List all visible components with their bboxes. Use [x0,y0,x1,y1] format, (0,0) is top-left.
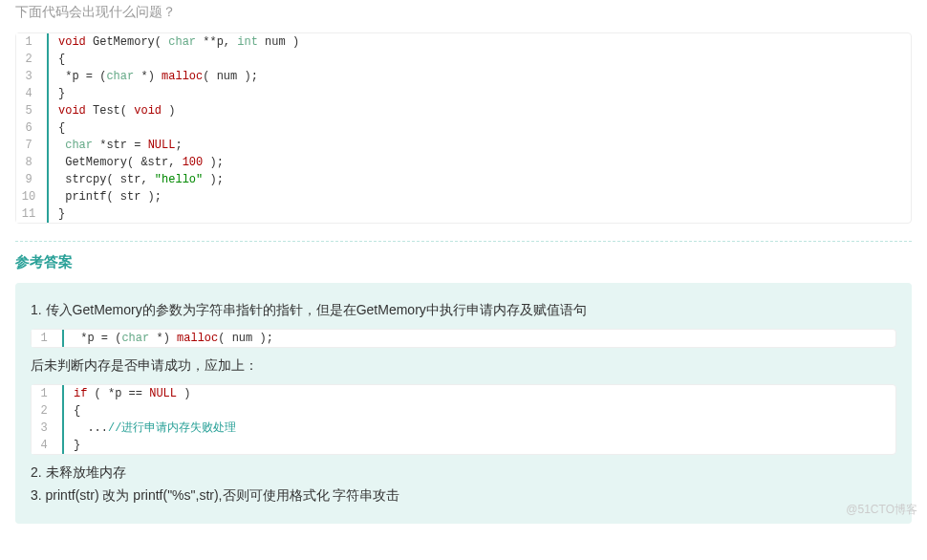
code-text: strcpy( str, "hello" ); [49,171,224,188]
code-line: 3 *p = (char *) malloc( num ); [16,68,911,85]
code-line: 2{ [16,51,911,68]
code-text: void Test( void ) [49,102,175,119]
line-number: 10 [16,188,49,205]
line-number: 3 [16,68,49,85]
code-line: 1 *p = (char *) malloc( num ); [32,330,895,347]
line-number: 8 [16,154,49,171]
code-text: char *str = NULL; [49,137,183,154]
code-text: GetMemory( &str, 100 ); [49,154,224,171]
answer-title: 参考答案 [15,253,912,271]
code-text: } [49,205,65,223]
code-line: 7 char *str = NULL; [16,137,911,154]
answer-para-3: 2. 未释放堆内存 [31,464,896,482]
line-number: 4 [16,85,49,102]
code-text: { [49,51,65,68]
line-number: 1 [32,330,64,347]
answer-section: 参考答案 1. 传入GetMemory的参数为字符串指针的指针，但是在GetMe… [15,241,912,524]
code-text: { [64,402,80,420]
line-number: 7 [16,137,49,154]
code-line: 10 printf( str ); [16,188,911,205]
question-text: 下面代码会出现什么问题？ [0,0,927,32]
code-line: 5void Test( void ) [16,102,911,119]
answer-para-4: 3. printf(str) 改为 printf("%s",str),否则可使用… [31,487,896,505]
code-line: 11} [16,205,911,223]
code-text: printf( str ); [49,188,162,205]
code-line: 4} [16,85,911,102]
code-line: 9 strcpy( str, "hello" ); [16,171,911,188]
code-line: 1if ( *p == NULL ) [32,385,895,402]
code-block-3: 1if ( *p == NULL )2{3 ...//进行申请内存失败处理4} [31,384,896,455]
code-text: } [64,437,80,454]
line-number: 9 [16,171,49,188]
code-text: { [49,119,65,137]
line-number: 1 [16,33,49,51]
answer-para-2: 后未判断内存是否申请成功，应加上： [31,357,896,375]
code-line: 6{ [16,119,911,137]
code-line: 3 ...//进行申请内存失败处理 [32,420,895,437]
code-text: } [49,85,65,102]
code-text: ...//进行申请内存失败处理 [64,420,236,437]
watermark: @51CTO博客 [846,502,917,518]
code-text: *p = (char *) malloc( num ); [64,330,273,347]
answer-body: 1. 传入GetMemory的参数为字符串指针的指针，但是在GetMemory中… [15,283,912,524]
code-line: 2{ [32,402,895,420]
code-line: 4} [32,437,895,454]
code-line: 1void GetMemory( char **p, int num ) [16,33,911,51]
line-number: 2 [32,402,64,420]
line-number: 2 [16,51,49,68]
code-line: 8 GetMemory( &str, 100 ); [16,154,911,171]
code-text: if ( *p == NULL ) [64,385,190,402]
answer-para-1: 1. 传入GetMemory的参数为字符串指针的指针，但是在GetMemory中… [31,302,896,319]
line-number: 3 [32,420,64,437]
code-block-2: 1 *p = (char *) malloc( num ); [31,329,896,348]
line-number: 11 [16,205,49,223]
line-number: 6 [16,119,49,137]
code-text: void GetMemory( char **p, int num ) [49,33,299,51]
line-number: 4 [32,437,64,454]
line-number: 5 [16,102,49,119]
code-text: *p = (char *) malloc( num ); [49,68,258,85]
code-block-1: 1void GetMemory( char **p, int num )2{3 … [15,32,912,224]
line-number: 1 [32,385,64,402]
